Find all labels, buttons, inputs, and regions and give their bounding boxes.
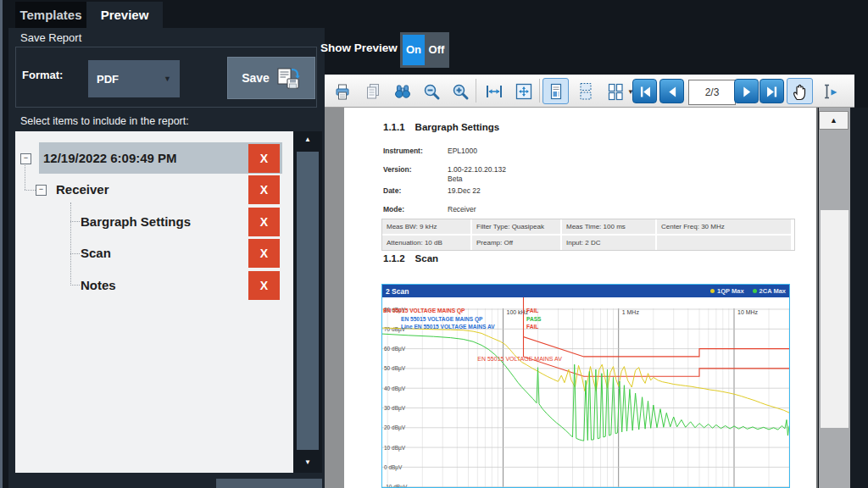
fit-page-button[interactable] bbox=[510, 78, 537, 104]
document-preview-area: 1.1.1Bargraph Settings Instrument: EPL10… bbox=[325, 108, 868, 488]
svg-text:20 dBµV: 20 dBµV bbox=[384, 424, 406, 431]
tree-item-report-date[interactable]: 12/19/2022 6:09:49 PM bbox=[43, 142, 177, 174]
remove-item-button[interactable]: X bbox=[248, 175, 280, 204]
section-number: 1.1.2 bbox=[383, 253, 405, 263]
print-button[interactable] bbox=[329, 78, 355, 104]
preview-scrollbar[interactable]: ▲ bbox=[819, 108, 850, 488]
zoom-in-button[interactable] bbox=[447, 78, 473, 104]
zoom-out-icon bbox=[421, 81, 442, 102]
tree-item-scan[interactable]: Scan bbox=[81, 237, 111, 269]
svg-text:EN 55015 VOLTAGE MAINS QP: EN 55015 VOLTAGE MAINS QP bbox=[401, 316, 483, 323]
show-preview-label: Show Preview bbox=[320, 42, 398, 54]
first-page-button[interactable] bbox=[632, 79, 657, 103]
remove-item-button[interactable]: X bbox=[248, 144, 280, 173]
binoculars-icon bbox=[392, 81, 413, 102]
svg-text:EN 55015 VOLTAGE MAINS QP: EN 55015 VOLTAGE MAINS QP bbox=[383, 308, 465, 314]
report-page: 1.1.1Bargraph Settings Instrument: EPL10… bbox=[344, 108, 818, 488]
single-page-icon bbox=[546, 81, 566, 102]
report-items-tree: − − 12/19/2022 6:09:49 PM Receiver Bargr… bbox=[15, 131, 322, 473]
svg-text:0 dBµV: 0 dBµV bbox=[384, 464, 403, 471]
collapse-toggle-receiver[interactable]: − bbox=[36, 185, 47, 196]
collapse-toggle-report[interactable]: − bbox=[20, 153, 31, 164]
continuous-view-button[interactable] bbox=[572, 78, 598, 104]
section-number: 1.1.1 bbox=[383, 122, 405, 132]
copy-button[interactable] bbox=[359, 78, 386, 104]
scan-chart: 2 Scan 1QP Max 2CA Max 80 dBµV70 dBµV60 … bbox=[381, 284, 790, 488]
zoom-out-button[interactable] bbox=[418, 78, 444, 104]
remove-item-button[interactable]: X bbox=[248, 271, 280, 300]
save-report-icon bbox=[275, 65, 301, 91]
svg-text:60 dBµV: 60 dBµV bbox=[384, 346, 406, 352]
svg-text:FAIL: FAIL bbox=[526, 308, 538, 313]
field-label: Date: bbox=[383, 186, 401, 195]
save-button-label: Save bbox=[242, 71, 270, 85]
format-label: Format: bbox=[22, 69, 63, 81]
first-page-icon bbox=[636, 82, 654, 101]
field-value: 1.00-22.10.20.132 bbox=[448, 165, 506, 174]
tree-scrollbar[interactable]: ▲ ▼ bbox=[293, 131, 322, 473]
scroll-up-icon[interactable]: ▲ bbox=[819, 111, 849, 130]
scrollbar-thumb[interactable] bbox=[297, 152, 319, 450]
tree-item-notes[interactable]: Notes bbox=[81, 269, 116, 301]
chevron-down-icon: ▼ bbox=[164, 75, 171, 83]
find-button[interactable] bbox=[389, 78, 415, 104]
legend-entry: 1QP Max bbox=[710, 287, 744, 295]
previous-page-icon bbox=[663, 82, 682, 101]
toolbar-separator bbox=[476, 79, 476, 103]
table-cell bbox=[657, 236, 791, 250]
scrollbar-thumb[interactable] bbox=[821, 210, 849, 428]
fit-width-button[interactable] bbox=[481, 78, 507, 104]
field-value: Receiver bbox=[448, 205, 476, 214]
table-row: Meas BW: 9 kHz Filter Type: Quasipeak Me… bbox=[382, 219, 794, 234]
remove-item-button[interactable]: X bbox=[248, 208, 280, 236]
trace1-color-dot bbox=[710, 289, 715, 293]
tab-templates[interactable]: Templates bbox=[15, 2, 86, 28]
application-window: Templates Preview Save Report Format: PD… bbox=[0, 0, 868, 488]
next-page-button[interactable] bbox=[734, 79, 759, 103]
tree-connector bbox=[70, 285, 80, 286]
page-grid-icon bbox=[605, 81, 626, 102]
tab-preview[interactable]: Preview bbox=[86, 2, 163, 28]
toolbar-separator bbox=[539, 79, 540, 103]
table-cell: Preamp: Off bbox=[472, 236, 560, 250]
svg-text:10 MHz: 10 MHz bbox=[737, 309, 759, 315]
fit-page-icon bbox=[514, 81, 534, 102]
field-value: EPL1000 bbox=[448, 147, 477, 155]
table-cell: Input: 2 DC bbox=[562, 236, 655, 250]
preview-right-margin bbox=[850, 108, 868, 488]
scroll-down-icon[interactable]: ▼ bbox=[293, 454, 322, 471]
preview-off-button[interactable]: Off bbox=[426, 35, 448, 65]
remove-item-button[interactable]: X bbox=[248, 239, 280, 268]
svg-text:PASS: PASS bbox=[526, 316, 542, 322]
svg-text:1 MHz: 1 MHz bbox=[622, 309, 640, 315]
svg-text:40 dBµV: 40 dBµV bbox=[384, 385, 406, 392]
tree-connector bbox=[25, 190, 36, 191]
format-dropdown[interactable]: PDF ▼ bbox=[88, 60, 180, 97]
legend-label: 2CA Max bbox=[760, 287, 786, 295]
save-button[interactable]: Save bbox=[227, 57, 315, 99]
field-label: Version: bbox=[383, 165, 412, 174]
tree-item-bargraph-settings[interactable]: Bargraph Settings bbox=[81, 206, 191, 237]
scroll-up-icon[interactable]: ▲ bbox=[293, 131, 322, 148]
last-page-button[interactable] bbox=[760, 79, 784, 103]
hand-icon bbox=[790, 81, 810, 102]
fit-width-icon bbox=[484, 81, 504, 102]
table-cell: Center Freq: 30 MHz bbox=[657, 219, 791, 234]
table-row: Attenuation: 10 dB Preamp: Off Input: 2 … bbox=[382, 236, 794, 250]
chart-legend: 1QP Max 2CA Max bbox=[710, 287, 786, 295]
single-page-view-button[interactable] bbox=[542, 78, 569, 104]
pan-tool-button[interactable] bbox=[787, 78, 813, 104]
save-report-label: Save Report bbox=[20, 31, 81, 44]
section-heading-scan: 1.1.2Scan bbox=[383, 253, 438, 263]
tree-item-receiver[interactable]: Receiver bbox=[56, 174, 109, 205]
previous-page-button[interactable] bbox=[659, 79, 684, 103]
page-indicator-input[interactable] bbox=[688, 80, 736, 105]
trace2-color-dot bbox=[753, 289, 757, 293]
text-select-tool-button[interactable] bbox=[816, 78, 843, 104]
multi-page-view-button[interactable] bbox=[602, 78, 628, 104]
legend-label: 1QP Max bbox=[717, 287, 744, 295]
section-title: Scan bbox=[415, 253, 439, 263]
preview-on-button[interactable]: On bbox=[403, 35, 425, 65]
bottom-button-partial[interactable] bbox=[216, 479, 322, 488]
scan-chart-titlebar: 2 Scan 1QP Max 2CA Max bbox=[382, 285, 789, 297]
